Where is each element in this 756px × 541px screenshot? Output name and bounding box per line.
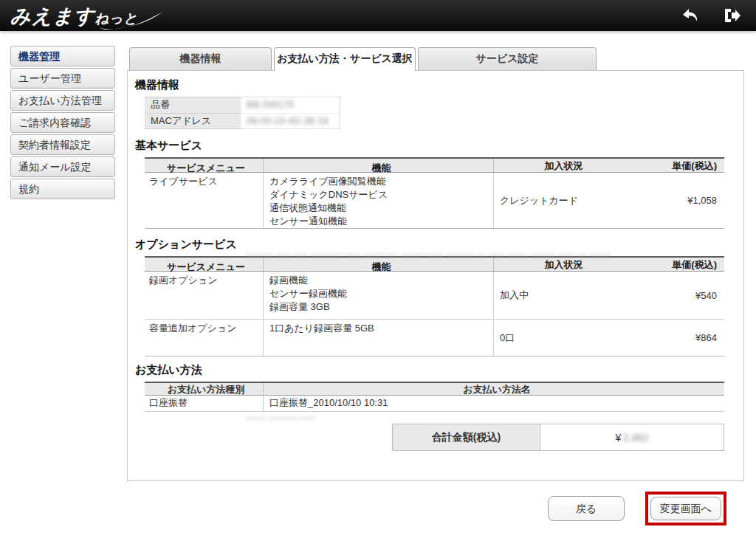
logo-text-main: みえます xyxy=(10,5,95,27)
sidebar-item-billing-confirmation[interactable]: ご請求内容確認 xyxy=(10,112,115,133)
top-bar: みえますねっと xyxy=(0,0,756,31)
option-service-table: サービスメニュー 機能 加入状況 単価(税込) 録画オプション 録画機能 センサ… xyxy=(145,256,724,356)
basic-service-heading: 基本サービス xyxy=(135,139,715,153)
redacted-text-line: xxxxxxx xxxx xxx xxxxxxxx xxxx xxxxx xxx… xyxy=(246,250,704,259)
function-cell: 1口あたり録画容量 5GB xyxy=(263,320,493,356)
service-menu-header: サービスメニュー xyxy=(145,159,263,172)
unit-price-cell: ¥540 xyxy=(633,272,724,319)
feature-line: ダイナミックDNSサービス xyxy=(269,188,493,201)
function-header: 機能 xyxy=(263,258,493,271)
feature-line: 録画容量 3GB xyxy=(269,300,493,314)
sidebar-item-contractor-info[interactable]: 契約者情報設定 xyxy=(10,134,115,155)
payment-type-header: お支払い方法種別 xyxy=(145,383,263,395)
function-cell: カメラライブ画像閲覧機能 ダイナミックDNSサービス 通信状態通知機能 センサー… xyxy=(263,173,493,228)
subscription-status-cell: 加入中 xyxy=(493,272,633,319)
total-amount-number: 2,462 xyxy=(622,432,648,444)
table-row: MACアドレス 08-00-23-4D-38-18 xyxy=(145,113,340,128)
currency-symbol: ¥ xyxy=(616,432,622,444)
device-info-heading: 機器情報 xyxy=(135,78,331,92)
logo-swoosh xyxy=(97,10,165,31)
payment-method-table: お支払い方法種別 お支払い方法名 口座振替 口座振替_2010/10/10 10… xyxy=(145,382,724,412)
subscription-status-header: 加入状況 xyxy=(493,258,633,271)
change-button-highlight: 変更画面へ xyxy=(645,492,726,526)
sidebar: 機器管理 ユーザー管理 お支払い方法管理 ご請求内容確認 契約者情報設定 通知メ… xyxy=(10,46,115,201)
tab-payment-service-selection[interactable]: お支払い方法・サービス選択 xyxy=(274,47,416,71)
model-number-label: 品番 xyxy=(145,97,241,113)
table-row: ライブサービス カメラライブ画像閲覧機能 ダイナミックDNSサービス 通信状態通… xyxy=(145,173,724,228)
model-number-value: BB-SW175 xyxy=(241,97,340,113)
app-logo: みえますねっと xyxy=(10,3,138,30)
back-button[interactable]: 戻る xyxy=(548,496,625,521)
sidebar-item-terms[interactable]: 規約 xyxy=(10,179,115,199)
table-row: 容量追加オプション 1口あたり録画容量 5GB 0口 ¥864 xyxy=(145,319,724,356)
main-content-panel: 機器情報 品番 BB-SW175 MACアドレス 08-00-23-4D-38-… xyxy=(127,70,744,481)
sidebar-item-user-management[interactable]: ユーザー管理 xyxy=(10,68,115,89)
service-menu-cell: ライブサービス xyxy=(145,173,263,228)
feature-line: センサー通知機能 xyxy=(269,215,493,228)
unit-price-header: 単価(税込) xyxy=(633,258,724,271)
service-menu-header: サービスメニュー xyxy=(145,258,263,271)
unit-price-header: 単価(税込) xyxy=(633,159,724,172)
tab-service-settings[interactable]: サービス設定 xyxy=(418,47,597,70)
feature-line: 録画機能 xyxy=(269,274,493,287)
feature-line: 通信状態通知機能 xyxy=(269,201,493,215)
mac-address-value: 08-00-23-4D-38-18 xyxy=(241,114,340,128)
total-amount-value: ¥ 2,462 xyxy=(540,424,724,450)
service-menu-cell: 録画オプション xyxy=(145,272,263,319)
device-info-table: 品番 BB-SW175 MACアドレス 08-00-23-4D-38-18 xyxy=(145,97,340,129)
payment-method-section: お支払い方法 お支払い方法種別 お支払い方法名 口座振替 口座振替_2010/1… xyxy=(135,363,715,407)
feature-line: カメラライブ画像閲覧機能 xyxy=(269,175,493,188)
subscription-status-cell: クレジットカード xyxy=(493,173,633,228)
table-row: 録画オプション 録画機能 センサー録画機能 録画容量 3GB 加入中 ¥540 xyxy=(145,272,724,319)
function-cell: 録画機能 センサー録画機能 録画容量 3GB xyxy=(263,272,493,319)
total-amount-table: 合計金額(税込) ¥ 2,462 xyxy=(392,424,724,451)
total-amount-label: 合計金額(税込) xyxy=(393,424,540,450)
sidebar-item-payment-management[interactable]: お支払い方法管理 xyxy=(10,90,115,111)
tab-device-info[interactable]: 機器情報 xyxy=(129,47,272,70)
mac-address-label: MACアドレス xyxy=(145,114,241,128)
payment-method-heading: お支払い方法 xyxy=(135,363,715,377)
function-header: 機能 xyxy=(263,159,493,172)
payment-type-cell: 口座振替 xyxy=(145,396,263,411)
sidebar-item-device-management[interactable]: 機器管理 xyxy=(10,46,115,66)
unit-price-cell: ¥864 xyxy=(633,320,724,356)
sidebar-item-notification-mail[interactable]: 通知メール設定 xyxy=(10,156,115,177)
service-menu-cell: 容量追加オプション xyxy=(145,320,263,356)
back-icon[interactable] xyxy=(679,5,701,26)
payment-name-cell: 口座振替_2010/10/10 10:31 xyxy=(263,396,724,411)
change-screen-button[interactable]: 変更画面へ xyxy=(650,497,721,520)
table-row: 口座振替 口座振替_2010/10/10 10:31 xyxy=(145,396,724,411)
table-header-row: サービスメニュー 機能 加入状況 単価(税込) xyxy=(145,157,724,173)
subscription-status-cell: 0口 xyxy=(493,320,633,356)
redacted-text-line: xxxxx xxxxxxx xxxx xyxy=(246,413,349,422)
feature-line: センサー録画機能 xyxy=(269,287,493,300)
table-row: 品番 BB-SW175 xyxy=(145,97,340,113)
subscription-status-header: 加入状況 xyxy=(493,159,633,172)
basic-service-table: サービスメニュー 機能 加入状況 単価(税込) ライブサービス カメラライブ画像… xyxy=(145,157,724,229)
logout-icon[interactable] xyxy=(721,5,743,26)
payment-name-header: お支払い方法名 xyxy=(263,383,724,395)
basic-service-section: 基本サービス サービスメニュー 機能 加入状況 単価(税込) ライブサービス カ… xyxy=(135,139,715,224)
feature-line: 1口あたり録画容量 5GB xyxy=(269,322,493,335)
device-info-section: 機器情報 品番 BB-SW175 MACアドレス 08-00-23-4D-38-… xyxy=(135,78,331,125)
tab-bar: 機器情報 お支払い方法・サービス選択 サービス設定 xyxy=(127,47,597,71)
table-header-row: お支払い方法種別 お支払い方法名 xyxy=(145,382,724,396)
unit-price-cell: ¥1,058 xyxy=(633,173,724,228)
